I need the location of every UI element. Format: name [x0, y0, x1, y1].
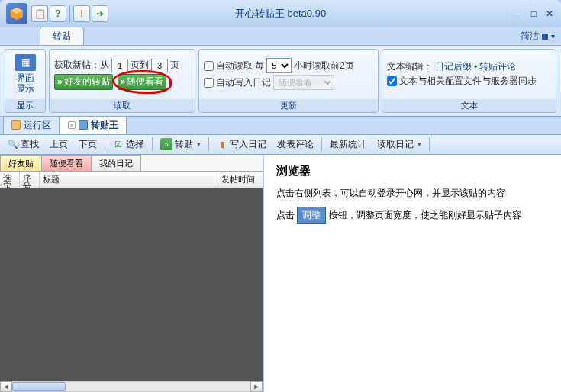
scroll-left-icon[interactable]: ◄	[0, 381, 12, 392]
col-title[interactable]: 标题	[40, 172, 218, 188]
browser-help-2: 点击 调整 按钮，调整页面宽度，使之能刚好显示贴子内容	[276, 207, 549, 224]
latest-stats-button[interactable]: 最新统计	[325, 137, 371, 153]
friends-repost-button[interactable]: »好友的转贴	[54, 74, 113, 90]
window-title: 开心转贴王 beta0.90	[235, 7, 326, 21]
repost-button[interactable]: »转贴▾	[156, 137, 205, 153]
read-diary-button[interactable]: 读取日记▾	[372, 137, 426, 153]
tab-repostking[interactable]: × 转贴王	[60, 116, 127, 134]
autoread-label: 自动读取 每	[216, 59, 264, 72]
compact-toggle[interactable]: 简洁 ▾	[521, 30, 555, 45]
scroll-thumb[interactable]	[12, 382, 66, 391]
autowrite-checkbox[interactable]	[204, 78, 214, 88]
document-tabs: 运行区 × 转贴王	[0, 117, 561, 135]
ribbon-group-display: ▦ 界面 显示 显示	[5, 49, 46, 113]
chevron-down-icon: ▾	[418, 140, 421, 148]
ribbon-group-read: 获取新帖：从 页到 页 »好友的转贴 »随便看看 读取	[49, 49, 195, 113]
sync-row: 文本与相关配置文件与服务器同步	[387, 75, 551, 88]
list-body[interactable]	[0, 188, 263, 381]
exit-icon[interactable]: ➜	[92, 5, 108, 22]
layout-icon: ▦	[15, 54, 36, 71]
scroll-right-icon[interactable]: ►	[250, 381, 263, 392]
separator	[105, 137, 105, 151]
separator	[152, 137, 153, 151]
fetch-label-mid: 页到	[131, 59, 149, 72]
friends-repost-label: 好友的转贴	[64, 76, 110, 88]
next-page-button[interactable]: 下页	[74, 137, 102, 153]
diary-suffix-link[interactable]: 日记后缀	[435, 60, 472, 73]
play-icon: »	[57, 76, 63, 87]
browser-panel: 浏览器 点击右侧列表，可以自动登录开心网，并显示该贴的内容 点击 调整 按钮，调…	[264, 155, 561, 392]
sync-label: 文本与相关配置文件与服务器同步	[399, 75, 537, 88]
play-icon: »	[160, 138, 172, 150]
help-icon[interactable]: ?	[50, 5, 66, 22]
play-icon: »	[121, 76, 126, 87]
find-label: 查找	[21, 138, 39, 151]
ribbon: ▦ 界面 显示 显示 获取新帖：从 页到 页 »好友的转贴 »随便看看 读取	[0, 46, 561, 117]
toolbar: 🔍查找 上页 下页 ☑选择 »转贴▾ ▮写入日记 发表评论 最新统计 读取日记▾	[0, 135, 561, 155]
interval-suffix: 小时读取前2页	[294, 59, 354, 72]
prev-page-button[interactable]: 上页	[45, 137, 73, 153]
close-button[interactable]: ✕	[544, 8, 555, 19]
sync-checkbox[interactable]	[387, 76, 397, 86]
help2-pre: 点击	[276, 210, 295, 220]
to-page-input[interactable]	[151, 59, 168, 72]
group-label-display: 显示	[5, 99, 45, 112]
select-button[interactable]: ☑选择	[108, 137, 149, 153]
doc-icon	[79, 120, 88, 130]
ribbon-group-text: 文本编辑： 日记后缀 • 转贴评论 文本与相关配置文件与服务器同步 文本	[382, 49, 556, 113]
close-tab-icon[interactable]: ×	[68, 121, 76, 129]
adjust-button[interactable]: 调整	[297, 207, 326, 224]
separator	[429, 137, 430, 151]
scroll-track[interactable]	[12, 381, 250, 392]
warning-icon[interactable]: !	[73, 5, 90, 22]
window-controls: — □ ✕	[511, 8, 555, 19]
col-select[interactable]: 选 定	[0, 172, 20, 188]
compact-label: 简洁	[521, 30, 539, 43]
tab-friends-posts[interactable]: 好友贴	[0, 155, 42, 171]
from-page-input[interactable]	[111, 59, 128, 72]
random-browse-button[interactable]: »随便看看	[118, 74, 167, 90]
write-diary-button[interactable]: ▮写入日记	[212, 137, 271, 153]
help2-post: 按钮，调整页面宽度，使之能刚好显示贴子内容	[329, 210, 521, 220]
separator	[208, 137, 209, 151]
autoread-checkbox[interactable]	[204, 61, 214, 71]
list-panel: 好友贴 随便看看 我的日记 选 定 序 号 标题 发帖时间 ◄ ►	[0, 155, 264, 392]
separator	[69, 5, 70, 22]
browser-heading: 浏览器	[276, 164, 549, 178]
clipboard-icon[interactable]: 📋	[31, 5, 48, 22]
tab-my-diary[interactable]: 我的日记	[91, 155, 141, 171]
browser-help-1: 点击右侧列表，可以自动登录开心网，并显示该贴的内容	[276, 186, 549, 201]
col-number[interactable]: 序 号	[20, 172, 40, 188]
search-icon: 🔍	[8, 139, 18, 149]
run-icon	[11, 120, 21, 130]
separator	[321, 137, 322, 151]
read-buttons-row: »好友的转贴 »随便看看	[54, 74, 190, 90]
dot-icon: •	[474, 62, 477, 72]
minimize-button[interactable]: —	[511, 8, 524, 19]
tab-runarea[interactable]: 运行区	[3, 116, 60, 134]
col-time[interactable]: 发帖时间	[218, 172, 263, 188]
find-button[interactable]: 🔍查找	[3, 137, 44, 153]
title-bar: 📋 ? ! ➜ 开心转贴王 beta0.90 — □ ✕	[0, 0, 561, 27]
autowrite-row: 自动写入日记 随便看看	[204, 75, 373, 90]
post-comment-button[interactable]: 发表评论	[272, 137, 318, 153]
maximize-button[interactable]: □	[530, 8, 538, 19]
tab-repost[interactable]: 转贴	[40, 27, 84, 45]
random-browse-label: 随便看看	[127, 76, 163, 88]
square-icon	[542, 34, 548, 40]
chevron-down-icon: ▾	[197, 140, 201, 148]
ui-display-button[interactable]: ▦ 界面 显示	[10, 53, 40, 96]
repost-label: 转贴	[175, 138, 193, 151]
check-icon: ☑	[113, 139, 124, 149]
interval-select[interactable]: 5	[266, 58, 292, 73]
repost-comment-link[interactable]: 转贴评论	[479, 60, 516, 73]
text-edit-row: 文本编辑： 日记后缀 • 转贴评论	[387, 60, 551, 73]
app-logo-icon	[6, 3, 27, 24]
horizontal-scrollbar[interactable]: ◄ ►	[0, 381, 263, 392]
fetch-label-pre: 获取新帖：从	[54, 59, 109, 72]
tab-runarea-label: 运行区	[24, 119, 51, 132]
group-label-read: 读取	[50, 99, 195, 112]
autowrite-label: 自动写入日记	[216, 76, 271, 89]
tab-random-browse[interactable]: 随便看看	[41, 155, 92, 171]
main-tab-strip: 转贴 简洁 ▾	[0, 27, 561, 46]
